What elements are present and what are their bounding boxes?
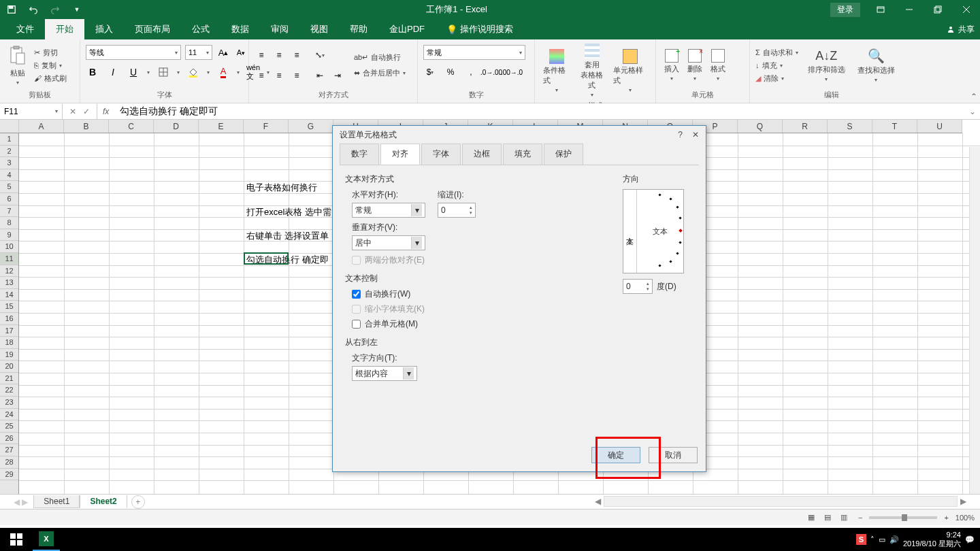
text-dir-select[interactable]: 根据内容▾: [352, 366, 417, 381]
row-header-20[interactable]: 20: [0, 361, 18, 373]
sheet-tab-2[interactable]: Sheet2: [80, 495, 127, 508]
tray-up-icon[interactable]: ˄: [870, 535, 875, 544]
dialog-help-icon[interactable]: ?: [678, 130, 683, 139]
cut-button[interactable]: ✂剪切: [34, 48, 67, 58]
col-header-B[interactable]: B: [64, 120, 109, 133]
tab-formulas[interactable]: 公式: [181, 19, 220, 39]
bold-icon[interactable]: B: [86, 65, 99, 79]
row-header-13[interactable]: 13: [0, 277, 18, 289]
align-left-icon[interactable]: ≡: [255, 69, 268, 82]
orientation-icon[interactable]: ⤡▾: [313, 48, 327, 62]
row-header-21[interactable]: 21: [0, 373, 18, 385]
close-icon[interactable]: [953, 0, 980, 19]
table-format-button[interactable]: 套用 表格格式▾: [576, 42, 608, 99]
zoom-slider[interactable]: [869, 516, 937, 519]
v-align-select[interactable]: 居中▾: [352, 235, 425, 250]
excel-taskbar-icon[interactable]: X: [33, 528, 60, 551]
cancel-button[interactable]: 取消: [649, 447, 698, 463]
sort-filter-button[interactable]: A↓Z排序和筛选▾: [805, 48, 848, 84]
fill-button[interactable]: ↓ 填充 ▾: [755, 61, 798, 71]
row-header-18[interactable]: 18: [0, 337, 18, 349]
row-header-19[interactable]: 19: [0, 349, 18, 361]
col-header-F[interactable]: F: [244, 120, 289, 133]
align-right-icon[interactable]: ≡: [290, 69, 304, 82]
increase-font-icon[interactable]: A▴: [216, 46, 230, 59]
comma-icon[interactable]: ,: [464, 65, 478, 79]
percent-icon[interactable]: %: [444, 65, 457, 79]
row-header-29[interactable]: 29: [0, 469, 18, 481]
insert-cells-button[interactable]: +插入▾: [662, 48, 682, 83]
row-header-16[interactable]: 16: [0, 313, 18, 325]
redo-icon[interactable]: [49, 3, 61, 16]
format-cells-button[interactable]: 格式▾: [708, 48, 728, 83]
merge-center-button[interactable]: ⬌合并后居中 ▾: [354, 68, 406, 78]
tab-home[interactable]: 开始: [45, 19, 84, 39]
tell-me[interactable]: 💡操作说明搜索: [436, 19, 524, 39]
col-header-T[interactable]: T: [872, 120, 917, 133]
tab-data[interactable]: 数据: [220, 19, 260, 39]
minimize-icon[interactable]: [896, 0, 923, 19]
align-bottom-icon[interactable]: ≡: [290, 48, 304, 62]
delete-cells-button[interactable]: ×删除▾: [685, 48, 705, 83]
row-header-27[interactable]: 27: [0, 444, 18, 456]
sheet-nav[interactable]: ◀ ▶: [14, 497, 33, 507]
paste-button[interactable]: 粘贴 ▾: [5, 44, 30, 87]
tab-help[interactable]: 帮助: [339, 19, 378, 39]
sheet-tab-1[interactable]: Sheet1: [33, 495, 80, 508]
col-header-Q[interactable]: Q: [738, 120, 783, 133]
font-name-combo[interactable]: 等线▾: [86, 45, 181, 60]
row-header-9[interactable]: 9: [0, 229, 18, 241]
row-header-14[interactable]: 14: [0, 289, 18, 301]
tray-volume-icon[interactable]: 🔊: [889, 535, 899, 544]
cancel-formula-icon[interactable]: ✕: [69, 107, 76, 116]
zoom-level[interactable]: 100%: [956, 514, 975, 522]
col-header-D[interactable]: D: [154, 120, 199, 133]
align-middle-icon[interactable]: ≡: [272, 48, 286, 62]
horizontal-scrollbar[interactable]: [604, 496, 958, 507]
collapse-ribbon-icon[interactable]: ⌃: [970, 92, 977, 101]
expand-formula-icon[interactable]: ⌄: [969, 107, 976, 116]
tab-file[interactable]: 文件: [5, 19, 45, 39]
start-button[interactable]: [3, 528, 30, 551]
tray-app-icon[interactable]: S: [856, 534, 866, 545]
select-all-corner[interactable]: [0, 120, 19, 133]
wrap-text-button[interactable]: ab↵自动换行: [354, 52, 406, 63]
qat-customize-icon[interactable]: ▼: [71, 3, 83, 16]
font-color-icon[interactable]: A: [216, 65, 230, 79]
decrease-font-icon[interactable]: A▾: [234, 46, 248, 59]
row-header-6[interactable]: 6: [0, 193, 18, 205]
cell-styles-button[interactable]: 单元格样式▾: [610, 48, 650, 95]
share-button[interactable]: 共享: [946, 24, 975, 35]
tab-view[interactable]: 视图: [299, 19, 339, 39]
italic-icon[interactable]: I: [106, 65, 120, 79]
row-header-10[interactable]: 10: [0, 241, 18, 253]
clock[interactable]: 9:24 2019/8/10 星期六: [903, 531, 961, 548]
col-header-A[interactable]: A: [19, 120, 64, 133]
row-header-25[interactable]: 25: [0, 420, 18, 433]
degree-spinner[interactable]: 0▴▾: [623, 279, 653, 294]
row-header-28[interactable]: 28: [0, 456, 18, 469]
border-icon[interactable]: [157, 65, 170, 79]
orientation-control[interactable]: 文本 文本: [623, 189, 684, 273]
notifications-icon[interactable]: 💬: [965, 535, 975, 544]
ribbon-options-icon[interactable]: [867, 0, 894, 19]
col-header-E[interactable]: E: [199, 120, 244, 133]
copy-button[interactable]: ⎘复制 ▾: [34, 61, 67, 71]
align-center-icon[interactable]: ≡: [272, 69, 286, 82]
zoom-out-icon[interactable]: −: [858, 514, 862, 522]
save-icon[interactable]: [5, 3, 18, 16]
tab-layout[interactable]: 页面布局: [124, 19, 181, 39]
h-align-select[interactable]: 常规▾: [352, 203, 425, 218]
row-header-3[interactable]: 3: [0, 157, 18, 169]
row-header-11[interactable]: 11: [0, 253, 18, 265]
row-header-2[interactable]: 2: [0, 146, 18, 158]
row-header-26[interactable]: 26: [0, 433, 18, 445]
format-painter-button[interactable]: 🖌格式刷: [34, 73, 67, 84]
find-select-button[interactable]: 🔍查找和选择▾: [855, 46, 898, 84]
number-format-combo[interactable]: 常规▾: [423, 45, 525, 60]
col-header-S[interactable]: S: [828, 120, 872, 133]
row-header-22[interactable]: 22: [0, 384, 18, 397]
zoom-in-icon[interactable]: +: [944, 514, 948, 522]
decrease-indent-icon[interactable]: ⇤: [313, 69, 327, 82]
align-top-icon[interactable]: ≡: [255, 48, 268, 62]
